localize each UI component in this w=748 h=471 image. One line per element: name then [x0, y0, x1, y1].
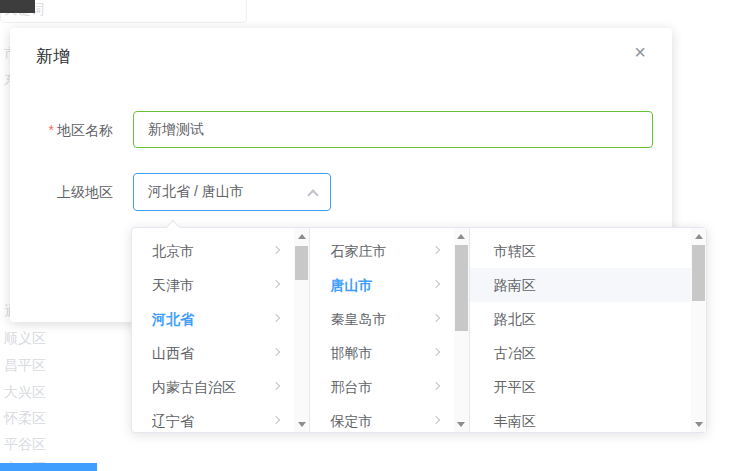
parent-region-label: 上级地区	[10, 182, 113, 202]
primary-button-partial[interactable]	[0, 463, 97, 471]
region-name-label: *地区名称	[10, 120, 113, 140]
close-icon[interactable]: ×	[628, 40, 652, 64]
background-district-item: 平谷区	[4, 434, 46, 454]
background-district-item: 昌平区	[4, 355, 46, 375]
chevron-right-icon	[432, 348, 440, 356]
chevron-right-icon	[272, 280, 280, 288]
cascader-option-list: 北京市天津市河北省山西省内蒙古自治区辽宁省	[132, 228, 294, 444]
scrollbar[interactable]	[454, 228, 469, 432]
scroll-up-arrow-icon[interactable]	[691, 228, 706, 244]
cascader-option[interactable]: 北京市	[132, 234, 294, 268]
background-district-item: 大兴区	[4, 382, 46, 402]
dialog-title: 新增	[36, 45, 70, 68]
cascader-option[interactable]: 邯郸市	[310, 336, 453, 370]
cascader-option-label: 北京市	[152, 243, 194, 259]
cascader-option-label: 古冶区	[494, 345, 536, 361]
scroll-down-arrow-icon[interactable]	[691, 416, 706, 432]
scroll-down-arrow-icon[interactable]	[454, 416, 469, 432]
chevron-right-icon	[432, 314, 440, 322]
scrollbar-thumb[interactable]	[295, 246, 308, 280]
chevron-right-icon	[432, 416, 440, 424]
cascader-option[interactable]: 山西省	[132, 336, 294, 370]
cascader-option-label: 内蒙古自治区	[152, 379, 236, 395]
cascader-dropdown: 北京市天津市河北省山西省内蒙古自治区辽宁省石家庄市唐山市秦皇岛市邯郸市邢台市保定…	[131, 227, 707, 433]
cascader-option-label: 保定市	[330, 413, 372, 429]
cascader-option-label: 山西省	[152, 345, 194, 361]
cascader-option-label: 河北省	[152, 311, 194, 327]
chevron-right-icon	[272, 348, 280, 356]
scrollbar[interactable]	[294, 228, 309, 432]
dark-badge	[0, 0, 35, 13]
cascader-option[interactable]: 天津市	[132, 268, 294, 302]
parent-region-cascader[interactable]: 河北省 / 唐山市	[133, 173, 331, 211]
cascader-option[interactable]: 路南区	[470, 268, 691, 302]
cascader-option[interactable]: 辽宁省	[132, 404, 294, 438]
cascader-option[interactable]: 内蒙古自治区	[132, 370, 294, 404]
cascader-option-label: 辽宁省	[152, 413, 194, 429]
cascader-option-label: 天津市	[152, 277, 194, 293]
background-district-item: 顺义区	[4, 328, 46, 348]
cascader-option-label: 市辖区	[494, 243, 536, 259]
cascader-option-label: 路南区	[494, 277, 536, 293]
cascader-option[interactable]: 丰南区	[470, 404, 691, 438]
cascader-option[interactable]: 河北省	[132, 302, 294, 336]
scroll-up-arrow-icon[interactable]	[454, 228, 469, 244]
cascader-option-label: 邢台市	[330, 379, 372, 395]
cascader-option-label: 开平区	[494, 379, 536, 395]
cascader-option-label: 邯郸市	[330, 345, 372, 361]
chevron-right-icon	[272, 314, 280, 322]
background-district-item: 怀柔区	[4, 408, 46, 428]
cascader-option[interactable]: 邢台市	[310, 370, 453, 404]
cascader-option[interactable]: 石家庄市	[310, 234, 453, 268]
chevron-up-icon	[307, 189, 318, 200]
cascader-option-label: 唐山市	[330, 277, 372, 293]
scrollbar-thumb[interactable]	[692, 245, 705, 301]
cascader-option[interactable]: 秦皇岛市	[310, 302, 453, 336]
cascader-option[interactable]: 市辖区	[470, 234, 691, 268]
cascader-option-label: 丰南区	[494, 413, 536, 429]
scrollbar-thumb[interactable]	[455, 245, 468, 331]
chevron-right-icon	[432, 246, 440, 254]
search-input[interactable]: 关键词	[0, 0, 247, 23]
cascader-option[interactable]: 唐山市	[310, 268, 453, 302]
chevron-right-icon	[432, 382, 440, 390]
chevron-right-icon	[272, 416, 280, 424]
cascader-menu: 石家庄市唐山市秦皇岛市邯郸市邢台市保定市	[310, 228, 469, 432]
scrollbar[interactable]	[691, 228, 706, 432]
cascader-option[interactable]: 开平区	[470, 370, 691, 404]
cascader-option-label: 路北区	[494, 311, 536, 327]
cascader-option[interactable]: 保定市	[310, 404, 453, 438]
scroll-up-arrow-icon[interactable]	[294, 228, 309, 244]
cascader-menu: 北京市天津市河北省山西省内蒙古自治区辽宁省	[132, 228, 310, 432]
cascader-option-label: 石家庄市	[330, 243, 386, 259]
cascader-option-list: 石家庄市唐山市秦皇岛市邯郸市邢台市保定市	[310, 228, 453, 444]
cascader-menu: 市辖区路南区路北区古冶区开平区丰南区	[470, 228, 706, 432]
cascader-option[interactable]: 古冶区	[470, 336, 691, 370]
required-asterisk: *	[49, 122, 54, 138]
chevron-right-icon	[272, 382, 280, 390]
chevron-right-icon	[272, 246, 280, 254]
chevron-right-icon	[432, 280, 440, 288]
cascader-option-label: 秦皇岛市	[330, 311, 386, 327]
scroll-down-arrow-icon[interactable]	[294, 416, 309, 432]
cascader-option[interactable]: 路北区	[470, 302, 691, 336]
cascader-option-list: 市辖区路南区路北区古冶区开平区丰南区	[470, 228, 691, 444]
region-name-input[interactable]: 新增测试	[133, 111, 653, 148]
